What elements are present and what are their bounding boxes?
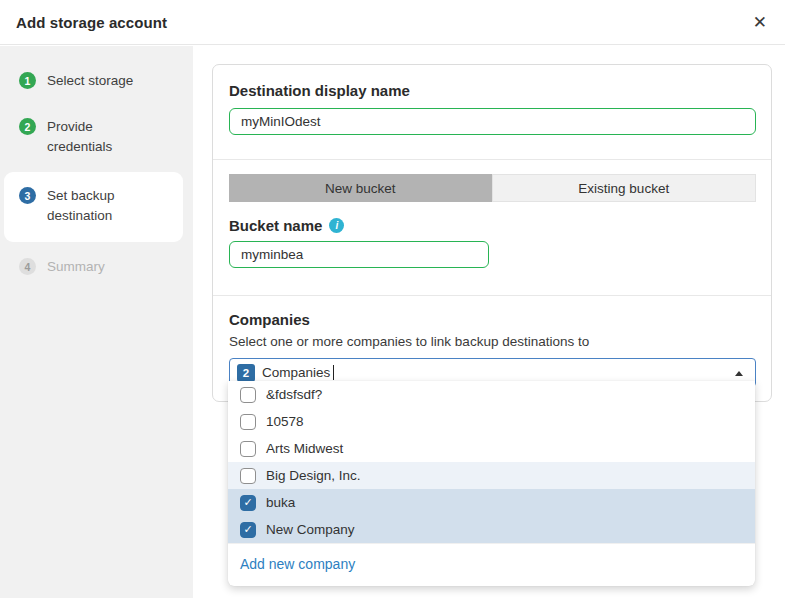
company-option-label: New Company xyxy=(266,522,355,537)
checkbox-checked[interactable]: ✓ xyxy=(240,495,256,511)
bucket-name-label-row: Bucket name i xyxy=(229,216,755,235)
step-3-number-badge: 3 xyxy=(19,187,36,204)
step-1-number-badge: 1 xyxy=(19,72,36,89)
chevron-up-icon[interactable] xyxy=(735,371,743,376)
text-cursor xyxy=(333,365,334,380)
display-name-section: Destination display name myMinIOdest xyxy=(213,65,771,159)
tab-new-bucket[interactable]: New bucket xyxy=(229,174,492,202)
dialog-title: Add storage account xyxy=(16,14,167,31)
checkbox-unchecked[interactable] xyxy=(240,468,256,484)
selected-count-badge: 2 xyxy=(237,364,255,382)
company-option-label: 10578 xyxy=(266,414,304,429)
company-option-selected[interactable]: ✓ buka xyxy=(228,489,755,516)
step-set-backup-destination[interactable]: 3 Set backup destination xyxy=(4,172,183,242)
bucket-mode-tabs: New bucket Existing bucket xyxy=(229,174,756,202)
step-2-number-badge: 2 xyxy=(19,118,36,135)
main-content: Destination display name myMinIOdest New… xyxy=(193,46,785,598)
destination-display-name-input[interactable]: myMinIOdest xyxy=(229,108,756,135)
checkbox-unchecked[interactable] xyxy=(240,387,256,403)
add-storage-account-dialog: Add storage account ✕ 1 Select storage 2… xyxy=(0,0,785,598)
checkbox-unchecked[interactable] xyxy=(240,441,256,457)
company-option-label: Arts Midwest xyxy=(266,441,343,456)
step-2-label: Provide credentials xyxy=(47,117,157,157)
step-select-storage[interactable]: 1 Select storage xyxy=(4,60,183,102)
step-4-number-badge: 4 xyxy=(19,258,36,275)
companies-select-text: Companies xyxy=(262,365,330,380)
destination-display-name-value: myMinIOdest xyxy=(241,114,321,129)
step-summary: 4 Summary xyxy=(4,246,183,288)
company-option-highlighted[interactable]: Big Design, Inc. xyxy=(228,462,755,489)
step-4-label: Summary xyxy=(47,257,105,277)
stepper-sidebar: 1 Select storage 2 Provide credentials 3… xyxy=(0,46,193,598)
bucket-section: New bucket Existing bucket Bucket name i… xyxy=(213,160,771,295)
company-option-label: &fdsfsdf? xyxy=(266,387,322,402)
company-option[interactable]: &fdsfsdf? xyxy=(228,381,755,408)
companies-label: Companies xyxy=(229,310,755,329)
destination-form-card: Destination display name myMinIOdest New… xyxy=(212,64,772,402)
company-option-selected[interactable]: ✓ New Company xyxy=(228,516,755,543)
company-option-label: buka xyxy=(266,495,295,510)
step-provide-credentials[interactable]: 2 Provide credentials xyxy=(4,106,183,168)
add-new-company-link[interactable]: Add new company xyxy=(240,556,355,572)
step-3-label: Set backup destination xyxy=(47,186,157,226)
info-icon[interactable]: i xyxy=(329,218,344,233)
close-icon[interactable]: ✕ xyxy=(753,14,767,31)
company-option[interactable]: Arts Midwest xyxy=(228,435,755,462)
step-1-label: Select storage xyxy=(47,71,133,91)
companies-dropdown-list: &fdsfsdf? 10578 Arts Midwest Big Design,… xyxy=(228,381,755,586)
company-option-label: Big Design, Inc. xyxy=(266,468,361,483)
bucket-name-label: Bucket name xyxy=(229,216,322,235)
checkbox-checked[interactable]: ✓ xyxy=(240,522,256,538)
company-option[interactable]: 10578 xyxy=(228,408,755,435)
bucket-name-input[interactable]: myminbea xyxy=(229,241,489,268)
dialog-header: Add storage account ✕ xyxy=(0,0,785,45)
destination-display-name-label: Destination display name xyxy=(229,81,755,100)
bucket-name-value: myminbea xyxy=(241,247,303,262)
tab-existing-bucket[interactable]: Existing bucket xyxy=(492,174,757,202)
checkbox-unchecked[interactable] xyxy=(240,414,256,430)
companies-help-text: Select one or more companies to link bac… xyxy=(229,333,755,350)
dropdown-footer: Add new company xyxy=(228,543,755,586)
